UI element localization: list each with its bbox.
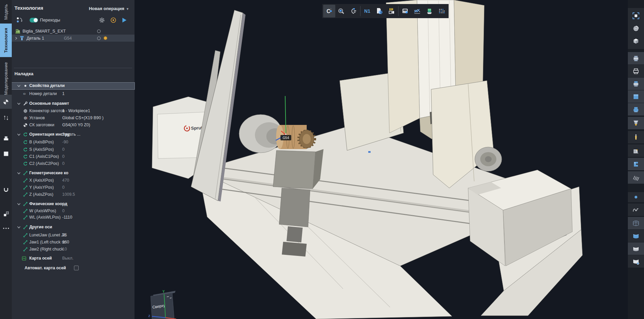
prop-value[interactable]: Задать ... <box>62 132 80 137</box>
surface-point-icon[interactable] <box>628 255 644 268</box>
prop-row-axis-w[interactable]: W (AxisWPos) 0 <box>12 208 135 215</box>
operations-icon[interactable] <box>16 16 24 24</box>
prop-row-axis-x[interactable]: X (AxisXPos) 470 <box>12 177 135 184</box>
prop-value[interactable]: 0 <box>62 147 65 152</box>
chevron-down-icon[interactable] <box>17 102 21 105</box>
chevron-down-icon[interactable] <box>17 85 21 87</box>
prop-row-workpiece-cs[interactable]: СК заготовки G54(X0 Y0 Z0) <box>12 122 135 129</box>
prop-row-lunetjaw[interactable]: LunetJaw (Lunet Ja 75 <box>12 232 135 239</box>
stock-stack-icon[interactable] <box>423 5 435 17</box>
prop-row-axes-map[interactable]: Карта осей Выкл. <box>12 255 135 262</box>
prop-value[interactable]: 0 <box>62 185 65 190</box>
prop-value[interactable]: G54(X0 Y0 Z0) <box>62 123 90 127</box>
gcode-n1-button[interactable]: N1 <box>361 5 373 17</box>
orbit-icon[interactable] <box>628 22 644 35</box>
prop-row-setup[interactable]: Установ Global CS+(X19 B90 ) <box>12 115 135 122</box>
prop-value[interactable]: 1009.5 <box>62 192 75 197</box>
prop-value[interactable]: Выкл. <box>62 256 73 261</box>
tab-model[interactable]: Модель <box>0 1 12 22</box>
auto-axes-checkbox[interactable] <box>74 266 79 270</box>
prop-value[interactable]: -90 <box>62 140 68 144</box>
spline-icon[interactable] <box>628 203 644 216</box>
prop-value[interactable]: -1110 <box>62 215 72 220</box>
caliper-icon[interactable] <box>347 5 359 17</box>
array-dots-icon[interactable] <box>435 5 448 17</box>
clamp-icon[interactable] <box>0 186 12 194</box>
prop-row-axis-z[interactable]: Z (AxisZPos) 1009.5 <box>12 191 135 198</box>
stock-icon[interactable] <box>0 134 12 142</box>
prop-row-axis-c1[interactable]: C1 (AxisC1Pos) 0 <box>12 153 135 160</box>
prop-row-axis-y[interactable]: Y (AxisYPos) 0 <box>12 184 135 191</box>
fit-view-icon[interactable] <box>628 9 644 22</box>
workpiece-cs-icon[interactable] <box>0 98 12 106</box>
play-icon[interactable] <box>121 17 127 23</box>
fixture-funnel-icon[interactable] <box>628 117 644 129</box>
prop-section-part-properties[interactable]: Свойства детали <box>12 83 135 89</box>
prop-row-axis-c2[interactable]: C2 (AxisC2Pos) 0 <box>12 161 135 167</box>
toolpath-hatch-icon[interactable] <box>628 171 644 184</box>
view-cube[interactable]: Сверху Y Z <box>148 290 176 319</box>
machine-name: Biglia_SMART_S_EXT <box>23 29 66 34</box>
surface-shaded-icon[interactable] <box>628 242 644 255</box>
prop-row-jaw2[interactable]: Jaw2 (Right chuck 10 <box>12 246 135 253</box>
surface-blue-icon[interactable] <box>628 230 644 242</box>
transform-arrows-icon[interactable] <box>0 114 12 122</box>
prop-value[interactable]: 75 <box>62 233 67 237</box>
postprocessor-icon[interactable] <box>373 5 385 17</box>
part-small-icon[interactable] <box>628 103 644 116</box>
stock-wire-icon[interactable] <box>628 65 644 77</box>
more-icon[interactable] <box>0 224 12 232</box>
point-icon[interactable] <box>628 192 644 202</box>
prop-value[interactable]: 470 <box>62 178 69 183</box>
prop-value[interactable]: 160 <box>62 240 69 244</box>
prop-value[interactable]: 10 <box>62 247 67 252</box>
prop-value[interactable]: 1 - Workpiece1 <box>62 108 90 113</box>
iso-view-icon[interactable] <box>628 35 644 47</box>
machine-head-icon[interactable] <box>628 144 644 157</box>
prop-row-axis-s[interactable]: S (AxisSPos) 0 <box>12 146 135 153</box>
prop-section-physical-coords[interactable]: Физические коорд <box>12 201 135 208</box>
chevron-down-icon[interactable] <box>17 203 21 206</box>
part-square-icon[interactable] <box>0 150 12 158</box>
simulation-target-icon[interactable] <box>110 17 117 24</box>
prop-row-axis-wl[interactable]: WL (AxisWLPos) -1110 <box>12 214 135 221</box>
tool-crib-icon[interactable] <box>385 5 397 17</box>
prop-section-tool-orientation[interactable]: Ориентация инстру Задать ... <box>12 131 135 138</box>
3d-viewport[interactable]: SprutCAM sprutcam <box>135 0 644 319</box>
chevron-down-icon[interactable] <box>17 133 21 136</box>
prop-row-auto-axes-map[interactable]: Автомат. карта осей <box>12 265 135 272</box>
prop-row-workpiece-connector[interactable]: Коннектор заготов 1 - Workpiece1 <box>12 108 135 115</box>
stock-combo-icon[interactable] <box>628 78 644 90</box>
prop-value[interactable]: 1 <box>62 91 65 96</box>
prop-row-jaw1[interactable]: Jaw1 (Left chuck st 160 <box>12 239 135 246</box>
prop-value[interactable]: 0 <box>62 154 65 159</box>
new-operation-button[interactable]: Новая операция▾ <box>89 6 128 11</box>
machine-fixture-icon[interactable] <box>628 158 644 170</box>
lathe-part-icon[interactable]: C <box>323 5 335 17</box>
prop-row-axis-b[interactable]: B (AxisBPos) -90 <box>12 139 135 146</box>
tab-simulation[interactable]: Моделирование <box>0 58 12 99</box>
prop-section-main-params[interactable]: Основные парамет <box>12 100 135 107</box>
chevron-down-icon[interactable] <box>17 226 21 229</box>
surface-wire-icon[interactable] <box>628 217 644 229</box>
tree-row-part[interactable]: Деталь 1 G54 <box>12 35 135 42</box>
prop-value[interactable]: 0 <box>62 161 65 166</box>
calculator-icon[interactable] <box>399 5 411 17</box>
stock-solid-icon[interactable] <box>628 52 644 64</box>
prop-value[interactable]: Global CS+(X19 B90 ) <box>62 116 104 120</box>
prop-section-geometric-coords[interactable]: Геометрические ко <box>12 170 135 177</box>
chevron-down-icon[interactable] <box>17 172 21 175</box>
transitions-toggle[interactable] <box>30 18 38 22</box>
micrometer-icon[interactable] <box>335 5 347 17</box>
tool-drill-icon[interactable] <box>628 131 644 143</box>
expander-icon[interactable] <box>14 37 18 40</box>
prop-value[interactable]: 0 <box>62 209 65 213</box>
settings-gear-icon[interactable] <box>99 17 105 24</box>
graph-icon[interactable] <box>411 5 423 17</box>
part-box-icon[interactable] <box>628 90 644 103</box>
fixture-hatch-icon[interactable] <box>0 210 12 218</box>
tree-row-machine[interactable]: Biglia_SMART_S_EXT <box>12 28 135 35</box>
prop-row-part-number[interactable]: ID Номер детали 1 <box>12 91 135 97</box>
tab-technology[interactable]: Технология <box>0 24 12 57</box>
prop-section-other-axes[interactable]: Другие оси <box>12 224 135 231</box>
